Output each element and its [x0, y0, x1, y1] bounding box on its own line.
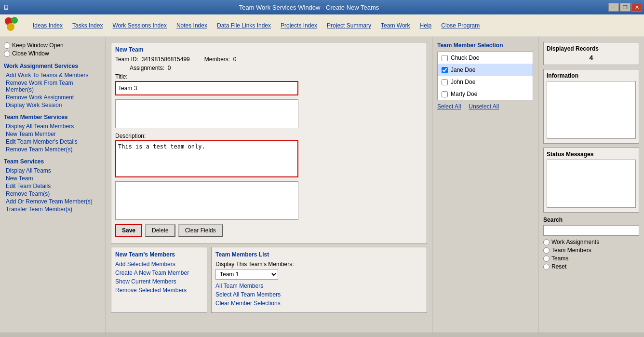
team-id-value: 341981586815499 [142, 56, 190, 63]
team-members-list-title: Team Members List [215, 251, 423, 258]
close-window-radio[interactable]: Close Window [4, 50, 102, 57]
new-team-section: New Team Team ID: 341981586815499 Member… [111, 42, 427, 244]
description-field-group: Description: [115, 133, 423, 221]
displayed-records-count: 4 [547, 54, 636, 62]
status-textarea[interactable] [547, 160, 636, 208]
window-title: Team Work Services Window - Create New T… [10, 4, 608, 11]
new-team-title: New Team [115, 46, 423, 53]
displayed-records-section: Displayed Records 4 [543, 42, 639, 65]
search-radio-label-team-members: Team Members [551, 247, 591, 254]
link-create-new-team-member[interactable]: Create A New Team Member [115, 270, 203, 276]
title-input-wrapper [115, 81, 298, 95]
display-team-label: Display This Team's Members: [215, 261, 423, 268]
member-name-chuck: Chuck Doe [451, 54, 479, 61]
member-item-marty: Marty Doe [438, 88, 533, 100]
link-show-current-members[interactable]: Show Current Members [115, 278, 203, 285]
menu-tasks-index[interactable]: Tasks Index [67, 21, 107, 30]
menu-projects-index[interactable]: Projects Index [276, 21, 322, 30]
keep-window-open-radio[interactable]: Keep Window Open [4, 42, 102, 49]
sidebar-link-add-remove-team-members[interactable]: Add Or Remove Team Member(s) [4, 198, 102, 205]
assignments-row: Assignments: 0 [115, 65, 423, 71]
sidebar: Keep Window Open Close Window Work Assig… [0, 37, 106, 333]
delete-button[interactable]: Delete [145, 224, 175, 237]
link-all-team-members[interactable]: All Team Members [215, 283, 423, 289]
sidebar-link-display-all-teams[interactable]: Display All Teams [4, 167, 102, 175]
save-button[interactable]: Save [115, 224, 142, 237]
member-checkbox-jane[interactable] [442, 67, 448, 73]
unselect-all-link[interactable]: Unselect All [469, 103, 499, 110]
information-textarea[interactable] [547, 81, 636, 139]
team-dropdown[interactable]: Team 1 Team 2 Team 3 [215, 269, 278, 280]
description-extra-area[interactable] [115, 181, 298, 220]
window-behavior-group: Keep Window Open Close Window [4, 42, 102, 57]
restore-button[interactable]: ❐ [620, 3, 631, 12]
search-radio-label-reset: Reset [551, 263, 566, 270]
menu-notes-index[interactable]: Notes Index [172, 21, 212, 30]
team-id-label: Team ID: 341981586815499 [115, 56, 190, 63]
svg-point-2 [7, 23, 14, 31]
menu-ideas-index[interactable]: Ideas Index [28, 21, 67, 30]
member-item-jane: Jane Doe [438, 64, 533, 76]
menu-data-file-links-index[interactable]: Data File Links Index [212, 21, 276, 30]
link-add-selected-members[interactable]: Add Selected Members [115, 261, 203, 268]
sidebar-link-edit-member-details[interactable]: Edit Team Member's Details [4, 138, 102, 146]
title-bar: 🖥 Team Work Services Window - Create New… [0, 0, 644, 14]
new-teams-members-box: New Team's Members Add Selected Members … [111, 247, 207, 313]
menu-help[interactable]: Help [415, 21, 437, 30]
form-buttons: Save Delete Clear Fields [115, 224, 423, 237]
member-name-john: John Doe [451, 79, 475, 85]
members-info: Members: 0 [204, 56, 237, 63]
minimize-button[interactable]: – [608, 3, 619, 12]
menu-project-summary[interactable]: Project Summary [322, 21, 376, 30]
menu-team-work[interactable]: Team Work [376, 21, 415, 30]
member-checkbox-john[interactable] [442, 79, 448, 85]
window-close-button[interactable]: ✕ [631, 3, 642, 12]
sidebar-link-transfer-team-members[interactable]: Transfer Team Member(s) [4, 205, 102, 213]
link-remove-selected-members[interactable]: Remove Selected Members [115, 287, 203, 294]
member-checkbox-chuck[interactable] [442, 55, 448, 61]
status-bar: Sample Project Project ID: 4642737370711… [0, 333, 644, 337]
status-messages-title: Status Messages [547, 151, 636, 158]
sidebar-link-display-work-session[interactable]: Display Work Session [4, 101, 102, 109]
member-checkbox-marty[interactable] [442, 91, 448, 97]
assignments-value: 0 [168, 65, 171, 71]
svg-point-1 [11, 17, 18, 24]
sidebar-link-remove-work-assignment[interactable]: Remove Work Assignment [4, 94, 102, 101]
menu-work-sessions-index[interactable]: Work Sessions Index [107, 21, 172, 30]
status-messages-section: Status Messages [543, 148, 639, 213]
description-input[interactable] [116, 141, 297, 175]
title-extra-area[interactable] [115, 99, 298, 128]
link-clear-member-selections[interactable]: Clear Member Selections [215, 300, 423, 307]
menu-close-program[interactable]: Close Program [436, 21, 484, 30]
menu-bar: Ideas Index Tasks Index Work Sessions In… [0, 14, 644, 37]
sidebar-link-remove-teams[interactable]: Remove Team(s) [4, 190, 102, 198]
sidebar-link-remove-team-members[interactable]: Remove Team Member(s) [4, 146, 102, 153]
search-radio-group: Work Assignments Team Members Teams Rese… [543, 239, 639, 270]
search-radio-work-assignments[interactable]: Work Assignments [543, 239, 639, 245]
search-title: Search [543, 216, 639, 223]
work-assignment-services-title: Work Assignment Services [4, 63, 102, 69]
sidebar-link-remove-work-member[interactable]: Remove Work From Team Member(s) [4, 79, 102, 94]
sidebar-link-edit-team-details[interactable]: Edit Team Details [4, 182, 102, 190]
title-input[interactable] [116, 82, 297, 94]
member-selection-title: Team Member Selection [437, 42, 533, 49]
team-id-row: Team ID: 341981586815499 Members: 0 [115, 56, 423, 63]
sidebar-link-add-work[interactable]: Add Work To Teams & Members [4, 71, 102, 79]
search-input[interactable] [543, 225, 639, 236]
select-all-link[interactable]: Select All [437, 103, 461, 110]
members-value: 0 [233, 56, 237, 63]
link-select-all-team-members[interactable]: Select All Team Members [215, 291, 423, 298]
search-radio-team-members[interactable]: Team Members [543, 247, 639, 254]
member-item-chuck: Chuck Doe [438, 52, 533, 64]
sidebar-link-new-team[interactable]: New Team [4, 175, 102, 182]
search-radio-reset[interactable]: Reset [543, 263, 639, 270]
search-radio-label-work-assignments: Work Assignments [551, 239, 599, 245]
team-member-services-title: Team Member Services [4, 114, 102, 121]
clear-fields-button[interactable]: Clear Fields [178, 224, 223, 237]
bottom-section: New Team's Members Add Selected Members … [111, 247, 427, 313]
search-radio-teams[interactable]: Teams [543, 255, 639, 262]
sidebar-link-display-all-members[interactable]: Display All Team Members [4, 122, 102, 130]
sidebar-link-new-team-member[interactable]: New Team Member [4, 130, 102, 138]
displayed-records-title: Displayed Records [547, 45, 636, 52]
member-item-john: John Doe [438, 76, 533, 88]
